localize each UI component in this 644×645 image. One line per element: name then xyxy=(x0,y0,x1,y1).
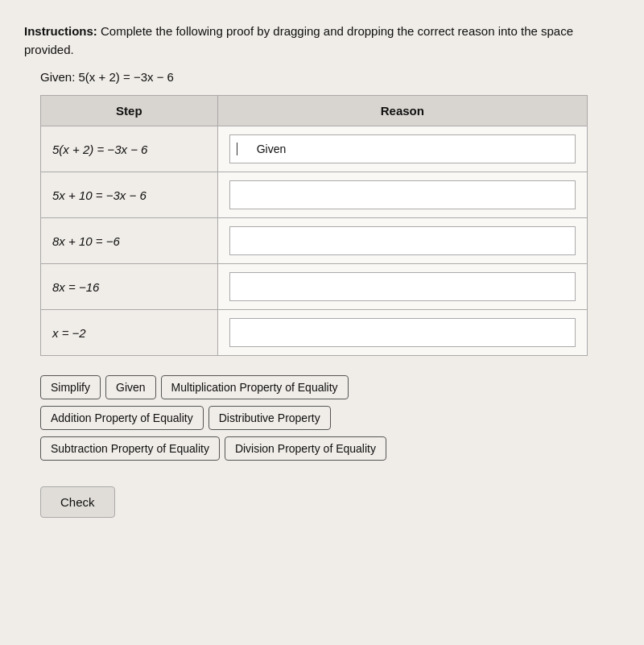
step-cell-5: x = −2 xyxy=(41,310,218,356)
token-row-2: Addition Property of Equality Distributi… xyxy=(40,406,588,430)
token-given[interactable]: Given xyxy=(105,375,156,399)
reason-input-2[interactable] xyxy=(229,180,576,209)
token-distributive-property[interactable]: Distributive Property xyxy=(208,406,331,430)
step-cell-4: 8x = −16 xyxy=(41,264,218,310)
table-row: 5x + 10 = −3x − 6 xyxy=(41,172,588,218)
reason-input-1[interactable]: Given xyxy=(229,134,576,163)
step-cell-3: 8x + 10 = −6 xyxy=(41,218,218,264)
token-division-property[interactable]: Division Property of Equality xyxy=(225,436,386,461)
reason-input-5[interactable] xyxy=(229,318,576,347)
check-button[interactable]: Check xyxy=(40,486,115,518)
reason-given-text: Given xyxy=(257,143,287,155)
proof-table: Step Reason 5(x + 2) = −3x − 6 Given 5x … xyxy=(40,95,588,356)
reason-header: Reason xyxy=(217,96,587,126)
instructions-label: Instructions: xyxy=(24,24,97,38)
drag-tokens-area: Simplify Given Multiplication Property o… xyxy=(40,375,588,461)
reason-cell-2[interactable] xyxy=(217,172,587,218)
step-cell-1: 5(x + 2) = −3x − 6 xyxy=(41,126,218,172)
table-row: 5(x + 2) = −3x − 6 Given xyxy=(41,126,588,172)
cursor-bar xyxy=(237,143,237,155)
reason-cell-4[interactable] xyxy=(217,264,587,310)
reason-cell-1[interactable]: Given xyxy=(217,126,587,172)
table-row: 8x = −16 xyxy=(41,264,588,310)
step-cell-2: 5x + 10 = −3x − 6 xyxy=(41,172,218,218)
token-subtraction-property[interactable]: Subtraction Property of Equality xyxy=(40,436,220,461)
table-row: x = −2 xyxy=(41,310,588,356)
token-row-3: Subtraction Property of Equality Divisio… xyxy=(40,436,588,461)
token-row-1: Simplify Given Multiplication Property o… xyxy=(40,375,588,399)
table-row: 8x + 10 = −6 xyxy=(41,218,588,264)
reason-input-3[interactable] xyxy=(229,226,576,255)
reason-cell-3[interactable] xyxy=(217,218,587,264)
instructions-text: Instructions: Complete the following pro… xyxy=(24,23,620,59)
reason-cell-5[interactable] xyxy=(217,310,587,356)
page-container: Instructions: Complete the following pro… xyxy=(0,0,644,645)
token-addition-property[interactable]: Addition Property of Equality xyxy=(40,406,204,430)
reason-input-4[interactable] xyxy=(229,272,576,301)
token-simplify[interactable]: Simplify xyxy=(40,375,101,399)
step-header: Step xyxy=(41,96,218,126)
given-line: Given: 5(x + 2) = −3x − 6 xyxy=(24,70,620,84)
token-multiplication-property[interactable]: Multiplication Property of Equality xyxy=(161,375,349,399)
